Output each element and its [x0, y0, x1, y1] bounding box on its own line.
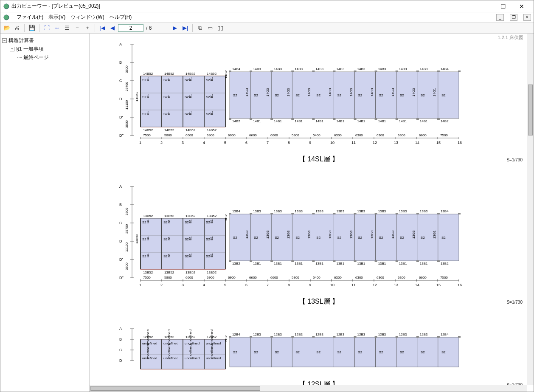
first-page-icon[interactable]: |◀ — [98, 23, 107, 33]
svg-text:D: D — [119, 358, 122, 363]
svg-text:S2: S2 — [316, 236, 320, 240]
vertical-scrollbar[interactable] — [527, 34, 534, 385]
prev-page-icon[interactable]: ◀ — [108, 23, 117, 33]
mdi-close-button[interactable]: × — [523, 14, 531, 21]
svg-text:13B1: 13B1 — [420, 262, 428, 265]
svg-rect-21 — [141, 76, 162, 127]
fit-page-icon[interactable]: ⛶ — [42, 23, 51, 33]
next-page-icon[interactable]: ▶ — [170, 23, 180, 33]
open-icon[interactable]: 📂 — [2, 23, 11, 33]
svg-text:12B3: 12B3 — [357, 333, 365, 336]
svg-rect-345 — [437, 260, 440, 262]
svg-text:6600: 6600 — [419, 276, 427, 279]
svg-text:11: 11 — [351, 141, 356, 145]
menu-window[interactable]: ウィンドウ(W) — [70, 14, 104, 21]
mdi-minimize-button[interactable]: _ — [496, 14, 504, 21]
svg-text:10: 10 — [330, 283, 334, 287]
svg-text:13B1: 13B1 — [378, 262, 386, 265]
svg-text:12B3: 12B3 — [295, 333, 303, 336]
svg-text:13B3: 13B3 — [399, 209, 407, 213]
svg-text:13B52: 13B52 — [185, 271, 196, 274]
svg-text:7: 7 — [267, 283, 269, 287]
svg-text:8: 8 — [288, 283, 290, 287]
horizontal-scrollbar[interactable] — [90, 385, 527, 392]
hscroll-thumb[interactable] — [90, 386, 260, 391]
svg-text:D'': D'' — [119, 276, 124, 280]
svg-text:S2: S2 — [358, 93, 363, 97]
zoom-out-icon[interactable]: − — [73, 23, 82, 33]
fit-width-icon[interactable]: ↔ — [52, 23, 62, 33]
svg-text:14: 14 — [415, 141, 419, 145]
svg-text:9: 9 — [309, 141, 311, 145]
tree-sec1-label: §1 一般事項 — [16, 45, 44, 53]
two-page-icon[interactable]: ▯▯ — [216, 23, 225, 33]
zoom-in-icon[interactable]: + — [83, 23, 92, 33]
svg-text:12B3: 12B3 — [399, 333, 407, 336]
svg-text:5: 5 — [224, 283, 226, 287]
svg-text:5800: 5800 — [292, 133, 299, 137]
vscroll-thumb[interactable] — [528, 85, 533, 135]
svg-text:S2: S2 — [379, 93, 383, 97]
app-icon — [3, 3, 10, 10]
window-title: 出力ビューワー - [プレビュー(c5_002)] — [11, 3, 475, 10]
svg-text:13G3: 13G3 — [349, 230, 353, 239]
svg-text:A: A — [119, 327, 122, 331]
expand-icon[interactable]: + — [10, 47, 14, 51]
svg-text:A: A — [119, 184, 122, 189]
menu-help[interactable]: ヘルプ(H) — [110, 14, 132, 21]
svg-text:13G3: 13G3 — [245, 230, 249, 239]
tree-section-1[interactable]: + §1 一般事項 — [2, 45, 87, 53]
page-number-input[interactable] — [118, 24, 143, 32]
svg-text:S2: S2 — [275, 93, 279, 97]
close-button[interactable]: ✕ — [512, 1, 531, 11]
svg-rect-83 — [250, 71, 252, 72]
svg-text:S2: S2 — [421, 350, 425, 354]
svg-text:13B3: 13B3 — [420, 209, 428, 213]
svg-text:13B1: 13B1 — [336, 262, 344, 265]
one-page-icon[interactable]: ▭ — [205, 23, 215, 33]
svg-text:6600: 6600 — [419, 133, 427, 137]
last-page-icon[interactable]: ▶| — [180, 23, 190, 33]
svg-text:6300: 6300 — [377, 276, 384, 279]
svg-rect-274 — [229, 213, 231, 214]
minimize-button[interactable]: ― — [475, 1, 494, 11]
mdi-restore-button[interactable]: ❐ — [510, 14, 517, 21]
tree-root[interactable]: − 構造計算書 — [2, 36, 87, 45]
svg-text:S2: S2 — [358, 236, 363, 240]
svg-text:S2: S2 — [379, 350, 383, 354]
svg-rect-463 — [312, 336, 315, 338]
tree-panel: − 構造計算書 + §1 一般事項 最終ページ — [0, 34, 90, 392]
svg-rect-105 — [312, 118, 315, 120]
tree-last-page[interactable]: 最終ページ — [2, 53, 87, 62]
svg-rect-139 — [416, 71, 419, 72]
svg-text:13B3: 13B3 — [274, 209, 282, 213]
svg-rect-302 — [312, 213, 315, 214]
svg-text:B1: B1 — [210, 236, 214, 240]
canvas[interactable]: 1.2.1 床伏図 D''D'DCBA35001110025700350014B… — [90, 34, 527, 385]
svg-rect-133 — [396, 118, 398, 120]
menu-file[interactable]: ファイル(F) — [17, 14, 43, 21]
svg-rect-324 — [375, 260, 377, 262]
svg-text:7: 7 — [267, 141, 269, 145]
export-icon[interactable]: 💾 — [27, 23, 37, 33]
svg-text:1: 1 — [139, 283, 141, 287]
svg-text:3: 3 — [182, 141, 184, 145]
print-icon[interactable]: 🖨 — [12, 23, 22, 33]
copy-icon[interactable]: ⧉ — [195, 23, 205, 33]
svg-text:13B52: 13B52 — [164, 271, 174, 274]
svg-text:14B1: 14B1 — [420, 119, 428, 123]
svg-rect-91 — [270, 118, 273, 120]
svg-text:S2: S2 — [400, 93, 404, 97]
svg-text:S2: S2 — [254, 350, 258, 354]
svg-text:6900: 6900 — [207, 276, 214, 279]
svg-text:S2: S2 — [400, 236, 404, 240]
menubar: ファイル(F) 表示(V) ウィンドウ(W) ヘルプ(H) _ ❐ × — [0, 12, 534, 23]
svg-text:13G3: 13G3 — [391, 230, 395, 239]
collapse-icon[interactable]: − — [2, 38, 7, 43]
maximize-button[interactable]: ☐ — [494, 1, 512, 11]
menu-view[interactable]: 表示(V) — [48, 14, 65, 21]
svg-text:14B52: 14B52 — [164, 128, 174, 132]
svg-rect-146 — [437, 71, 440, 72]
thumbnail-icon[interactable]: ☰ — [62, 23, 72, 33]
svg-rect-140 — [416, 118, 419, 120]
